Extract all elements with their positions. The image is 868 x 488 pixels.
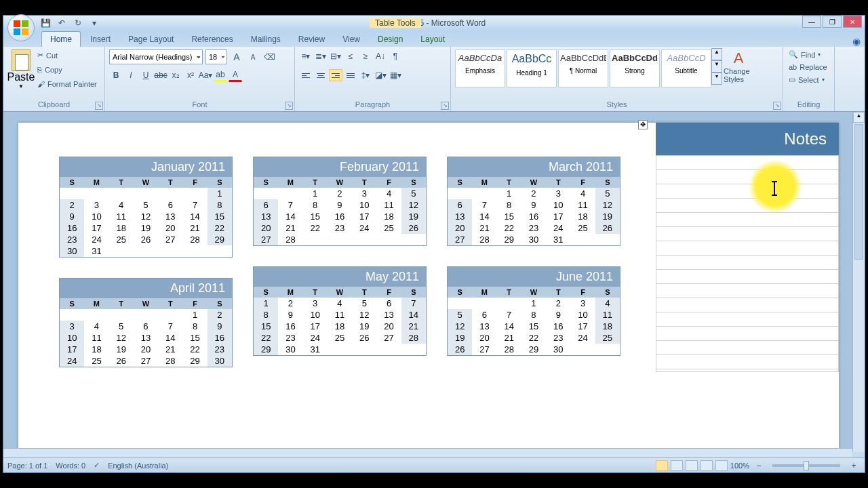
office-button[interactable]: [7, 14, 35, 41]
office-logo-icon: [14, 20, 28, 35]
bold-button[interactable]: B: [109, 68, 123, 82]
font-dialog-launcher[interactable]: ↘: [285, 102, 293, 110]
clear-formatting-button[interactable]: ⌫: [262, 50, 276, 64]
align-center-button[interactable]: [314, 69, 328, 81]
select-button[interactable]: ▭Select▾: [787, 73, 830, 86]
bullets-button[interactable]: ≡▾: [299, 49, 313, 63]
style-strong[interactable]: AaBbCcDdStrong: [610, 49, 660, 87]
qat-redo[interactable]: ↻: [73, 18, 83, 28]
numbering-button[interactable]: ≣▾: [314, 49, 328, 63]
status-language[interactable]: English (Australia): [108, 462, 168, 470]
increase-indent-button[interactable]: ≥: [359, 49, 372, 63]
decrease-indent-button[interactable]: ≤: [344, 49, 357, 63]
maximize-button[interactable]: ❐: [823, 16, 842, 28]
tab-insert[interactable]: Insert: [82, 32, 119, 47]
zoom-thumb[interactable]: [804, 461, 809, 470]
proofing-icon[interactable]: ✓: [94, 461, 100, 470]
full-screen-view[interactable]: [671, 460, 683, 471]
shading-button[interactable]: ◪▾: [374, 68, 387, 82]
month-march-2011: March 2011SMTWTFS12345678910111213141516…: [447, 157, 620, 246]
replace-button[interactable]: abReplace: [787, 61, 830, 73]
zoom-slider[interactable]: [772, 464, 840, 467]
tab-references[interactable]: References: [183, 32, 241, 47]
multilevel-button[interactable]: ⊟▾: [329, 49, 342, 63]
qat-undo[interactable]: ↶: [56, 18, 67, 28]
align-left-button[interactable]: [299, 69, 313, 81]
format-painter-button[interactable]: 🖌Format Painter: [35, 79, 100, 89]
subscript-button[interactable]: x₂: [169, 68, 182, 82]
grow-font-button[interactable]: A: [230, 50, 243, 64]
month-february-2011: February 2011SMTWTFS12345678910111213141…: [253, 157, 427, 246]
scroll-thumb[interactable]: [854, 124, 863, 260]
font-label: Font: [109, 100, 290, 110]
show-marks-button[interactable]: ¶: [389, 49, 402, 63]
borders-button[interactable]: ▦▾: [389, 68, 402, 82]
group-font: Arial Narrow (Headings) 18 A A ⌫ B I U a…: [105, 47, 295, 111]
align-right-button[interactable]: [329, 69, 342, 81]
print-layout-view[interactable]: [656, 460, 668, 471]
vertical-scrollbar[interactable]: ▲: [852, 112, 865, 452]
clipboard-label: Clipboard: [7, 100, 100, 110]
find-button[interactable]: 🔍Find▾: [787, 48, 830, 61]
style-expand[interactable]: ▾: [711, 73, 722, 85]
table-move-handle[interactable]: ✥: [638, 120, 648, 129]
style-heading-1[interactable]: AaBbCcHeading 1: [507, 49, 557, 87]
zoom-level[interactable]: 100%: [730, 462, 749, 470]
line-spacing-button[interactable]: ‡▾: [359, 68, 372, 82]
superscript-button[interactable]: x²: [184, 68, 197, 82]
font-size-combo[interactable]: 18: [205, 49, 227, 64]
qat-more[interactable]: ▾: [89, 18, 100, 28]
style-scroll-up[interactable]: ▲: [711, 48, 722, 60]
style--normal[interactable]: AaBbCcDdE¶ Normal: [558, 49, 608, 87]
shrink-font-button[interactable]: A: [246, 50, 260, 64]
justify-button[interactable]: [344, 69, 357, 81]
cut-button[interactable]: ✂Cut: [35, 49, 100, 61]
tab-home[interactable]: Home: [41, 31, 81, 47]
tab-review[interactable]: Review: [290, 32, 333, 47]
zoom-in-button[interactable]: +: [847, 459, 861, 472]
notes-panel: Notes: [656, 123, 839, 372]
qat-save[interactable]: 💾: [40, 18, 51, 28]
scroll-up-button[interactable]: ▲: [853, 112, 865, 123]
tab-mailings[interactable]: Mailings: [243, 32, 289, 47]
underline-button[interactable]: U: [139, 68, 153, 82]
style-emphasis[interactable]: AaBbCcDaEmphasis: [455, 49, 505, 87]
tab-view[interactable]: View: [334, 32, 368, 47]
ribbon: Paste ▼ ✂Cut ⎘Copy 🖌Format Painter Clipb…: [3, 47, 865, 112]
clipboard-dialog-launcher[interactable]: ↘: [95, 102, 103, 110]
notes-body[interactable]: [656, 155, 839, 372]
zoom-out-button[interactable]: −: [752, 459, 766, 472]
change-case-button[interactable]: Aa▾: [199, 68, 212, 82]
font-name-combo[interactable]: Arial Narrow (Headings): [109, 49, 203, 64]
paragraph-dialog-launcher[interactable]: ↘: [441, 102, 449, 110]
brush-icon: 🖌: [37, 80, 45, 88]
word-window: 💾 ↶ ↻ ▾ Document5 - Microsoft Word Table…: [3, 15, 865, 473]
status-page[interactable]: Page: 1 of 1: [7, 462, 47, 470]
strikethrough-button[interactable]: abc: [154, 68, 167, 82]
web-layout-view[interactable]: [686, 460, 698, 471]
tab-page-layout[interactable]: Page Layout: [120, 32, 182, 47]
minimize-button[interactable]: —: [802, 16, 821, 28]
group-styles: AaBbCcDaEmphasisAaBbCcHeading 1AaBbCcDdE…: [451, 47, 783, 111]
paste-button[interactable]: Paste ▼: [7, 48, 35, 91]
tab-layout[interactable]: Layout: [412, 32, 453, 47]
document-page: ✥ January 2011SMTWTFS1234567891011121314…: [18, 123, 839, 452]
sort-button[interactable]: A↓: [374, 49, 387, 63]
document-area[interactable]: ✥ January 2011SMTWTFS1234567891011121314…: [3, 112, 852, 452]
highlight-button[interactable]: ab: [214, 68, 227, 82]
tab-design[interactable]: Design: [370, 32, 411, 47]
draft-view[interactable]: [715, 460, 728, 471]
font-color-button[interactable]: A: [229, 68, 242, 82]
italic-button[interactable]: I: [124, 68, 138, 82]
style-scroll-down[interactable]: ▼: [711, 60, 722, 73]
status-words[interactable]: Words: 0: [56, 462, 85, 470]
text-cursor-icon: [774, 181, 775, 196]
styles-dialog-launcher[interactable]: ↘: [773, 102, 781, 110]
outline-view[interactable]: [701, 460, 713, 471]
style-subtitle[interactable]: AaBbCcDSubtitle: [661, 49, 711, 87]
styles-label: Styles: [455, 100, 778, 110]
change-styles-button[interactable]: A Change Styles: [722, 48, 755, 87]
help-icon[interactable]: ◉: [852, 36, 861, 47]
close-button[interactable]: ✕: [843, 16, 862, 28]
copy-button[interactable]: ⎘Copy: [35, 64, 100, 75]
